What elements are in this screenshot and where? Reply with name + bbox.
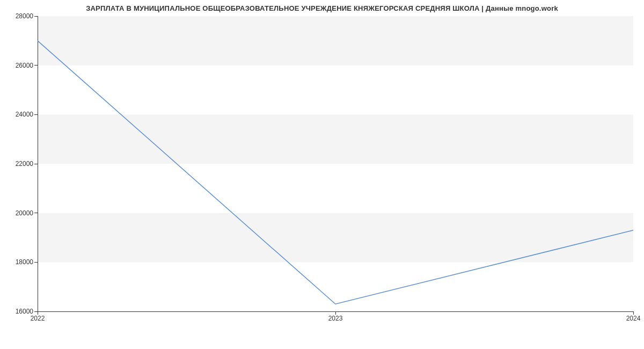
- y-tick-label: 28000: [3, 12, 33, 20]
- data-series-line: [38, 41, 633, 304]
- plot-svg: [38, 16, 633, 311]
- chart-title: ЗАРПЛАТА В МУНИЦИПАЛЬНОЕ ОБЩЕОБРАЗОВАТЕЛ…: [0, 4, 644, 12]
- y-tick-label: 16000: [3, 308, 33, 315]
- y-tick-label: 18000: [3, 258, 33, 266]
- x-tick-label: 2023: [328, 315, 343, 322]
- grid-band: [38, 213, 633, 263]
- y-tick-label: 22000: [3, 160, 33, 168]
- x-tick-label: 2022: [31, 315, 45, 322]
- chart-container: ЗАРПЛАТА В МУНИЦИПАЛЬНОЕ ОБЩЕОБРАЗОВАТЕЛ…: [0, 0, 644, 349]
- y-tick-label: 26000: [3, 62, 33, 69]
- x-tick-label: 2024: [626, 315, 641, 322]
- y-tick-label: 24000: [3, 111, 33, 118]
- plot-area: [38, 16, 633, 311]
- grid-band: [38, 16, 633, 66]
- grid-bands: [38, 16, 633, 262]
- grid-band: [38, 114, 633, 164]
- y-tick-marks: [34, 16, 38, 311]
- y-tick-label: 20000: [3, 209, 33, 217]
